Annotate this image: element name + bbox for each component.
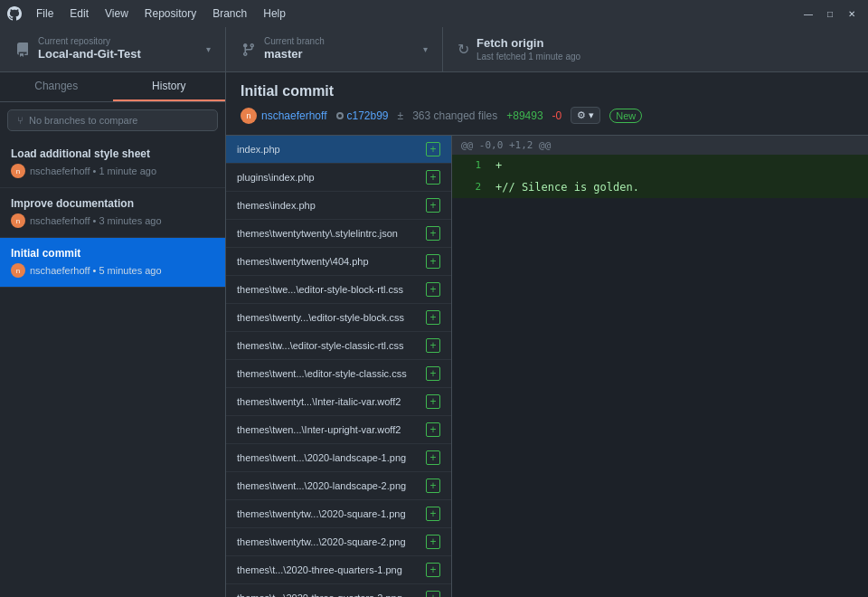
repo-icon (14, 42, 31, 58)
menu-view[interactable]: View (98, 5, 136, 22)
branch-icon (241, 42, 257, 58)
file-item-12[interactable]: themes\twent...\2020-landscape-2.png + (226, 472, 451, 500)
fetch-icon: ↻ (458, 41, 469, 58)
repo-text: Current repository Local-and-Git-Test (38, 36, 199, 62)
file-add-icon-0: + (426, 142, 440, 156)
file-add-icon-11: + (426, 450, 440, 465)
commit-meta-1: n nschaeferhoff • 3 minutes ago (11, 213, 214, 228)
commit-item-2[interactable]: Initial commit n nschaeferhoff • 5 minut… (0, 238, 225, 288)
content-area: Initial commit n nschaeferhoff c172b99 ±… (226, 72, 868, 597)
file-item-2[interactable]: themes\index.php + (226, 192, 451, 220)
branch-name: master (264, 47, 416, 62)
file-name-1: plugins\index.php (237, 172, 426, 183)
file-item-0[interactable]: index.php + (226, 136, 451, 164)
file-item-14[interactable]: themes\twentytw...\2020-square-2.png + (226, 528, 451, 556)
menu-file[interactable]: File (29, 5, 61, 22)
file-add-icon-1: + (426, 170, 440, 185)
fetch-origin-section[interactable]: ↻ Fetch origin Last fetched 1 minute ago (443, 27, 660, 71)
file-name-8: themes\twent...\editor-style-classic.css (237, 368, 426, 379)
commit-detail-title: Initial commit (241, 83, 854, 100)
file-add-icon-15: + (426, 563, 440, 577)
commit-meta-2: n nschaeferhoff • 5 minutes ago (11, 263, 214, 278)
file-add-icon-5: + (426, 282, 440, 297)
file-name-7: themes\tw...\editor-style-classic-rtl.cs… (237, 340, 426, 351)
sidebar-tabs: Changes History (0, 72, 225, 102)
file-name-5: themes\twe...\editor-style-block-rtl.css (237, 284, 426, 295)
file-item-6[interactable]: themes\twenty...\editor-style-block.css … (226, 304, 451, 332)
file-item-9[interactable]: themes\twentyt...\Inter-italic-var.woff2… (226, 388, 451, 416)
menu-repository[interactable]: Repository (137, 5, 203, 22)
tab-changes[interactable]: Changes (0, 72, 113, 101)
commit-header-meta: n nschaeferhoff c172b99 ± 363 changed fi… (241, 107, 854, 124)
file-name-4: themes\twentytwenty\404.php (237, 256, 426, 267)
file-add-icon-3: + (426, 226, 440, 241)
fetch-sublabel: Last fetched 1 minute ago (476, 52, 646, 62)
menu-branch[interactable]: Branch (205, 5, 254, 22)
titlebar: File Edit View Repository Branch Help — … (0, 0, 868, 27)
file-item-3[interactable]: themes\twentytwenty\.stylelintrc.json + (226, 220, 451, 248)
file-item-5[interactable]: themes\twe...\editor-style-block-rtl.css… (226, 276, 451, 304)
file-name-9: themes\twentyt...\Inter-italic-var.woff2 (237, 396, 426, 407)
commit-additions: +89493 (506, 109, 542, 122)
avatar-0: n (11, 164, 25, 178)
file-item-7[interactable]: themes\tw...\editor-style-classic-rtl.cs… (226, 332, 451, 360)
file-add-icon-6: + (426, 310, 440, 325)
repo-chevron-icon: ▾ (206, 44, 211, 54)
file-add-icon-12: + (426, 479, 440, 493)
commit-header: Initial commit n nschaeferhoff c172b99 ±… (226, 72, 868, 136)
changed-files-prefix: ± (398, 109, 404, 122)
file-item-16[interactable]: themes\t...\2020-three-quarters-2.png + (226, 584, 451, 597)
close-button[interactable]: ✕ (843, 5, 861, 23)
repo-label: Current repository (38, 36, 199, 47)
branch-compare-label: No branches to compare (29, 115, 137, 126)
file-item-11[interactable]: themes\twent...\2020-landscape-1.png + (226, 444, 451, 472)
branch-compare-area: ⑂ No branches to compare (7, 109, 218, 131)
minimize-button[interactable]: — (799, 5, 817, 23)
file-add-icon-4: + (426, 254, 440, 269)
file-name-13: themes\twentytw...\2020-square-1.png (237, 508, 426, 519)
file-name-16: themes\t...\2020-three-quarters-2.png (237, 592, 426, 597)
tab-history[interactable]: History (113, 72, 226, 101)
branch-chevron-icon: ▾ (423, 44, 428, 54)
file-item-10[interactable]: themes\twen...\Inter-upright-var.woff2 + (226, 416, 451, 444)
current-repo-section[interactable]: Current repository Local-and-Git-Test ▾ (0, 27, 226, 71)
branch-label: Current branch (264, 36, 416, 47)
file-item-8[interactable]: themes\twent...\editor-style-classic.css… (226, 360, 451, 388)
menu-edit[interactable]: Edit (62, 5, 96, 22)
file-item-15[interactable]: themes\t...\2020-three-quarters-1.png + (226, 556, 451, 584)
file-item-13[interactable]: themes\twentytw...\2020-square-1.png + (226, 500, 451, 528)
diff-line-num-1: 2 (452, 176, 488, 198)
commit-item-0[interactable]: Load additional style sheet n nschaeferh… (0, 138, 225, 188)
commit-title-2: Initial commit (11, 247, 214, 260)
diff-area: index.php +plugins\index.php +themes\ind… (226, 136, 868, 597)
fetch-text: Fetch origin Last fetched 1 minute ago (476, 36, 646, 62)
file-name-0: index.php (237, 144, 426, 155)
file-add-icon-9: + (426, 394, 440, 409)
commit-deletions: -0 (552, 109, 562, 122)
file-list: index.php +plugins\index.php +themes\ind… (226, 136, 452, 597)
commit-author-time-2: nschaeferhoff • 5 minutes ago (30, 265, 162, 276)
file-name-3: themes\twentytwenty\.stylelintrc.json (237, 228, 426, 239)
file-item-4[interactable]: themes\twentytwenty\404.php + (226, 248, 451, 276)
changed-files-count: 363 changed files (412, 109, 497, 122)
file-name-14: themes\twentytw...\2020-square-2.png (237, 536, 426, 547)
file-item-1[interactable]: plugins\index.php + (226, 164, 451, 192)
titlebar-left: File Edit View Repository Branch Help (7, 5, 293, 22)
settings-icon: ⚙ (577, 109, 586, 121)
current-branch-section[interactable]: Current branch master ▾ (226, 27, 443, 71)
branch-compare-button[interactable]: ⑂ No branches to compare (7, 109, 218, 131)
commit-item-1[interactable]: Improve documentation n nschaeferhoff • … (0, 188, 225, 238)
menu-bar: File Edit View Repository Branch Help (29, 5, 293, 22)
file-name-12: themes\twent...\2020-landscape-2.png (237, 480, 426, 491)
commit-meta-0: n nschaeferhoff • 1 minute ago (11, 164, 214, 178)
github-logo-icon (7, 6, 22, 21)
file-add-icon-14: + (426, 535, 440, 549)
main-area: Changes History ⑂ No branches to compare… (0, 72, 868, 597)
commit-title-0: Load additional style sheet (11, 147, 214, 160)
settings-button[interactable]: ⚙ ▾ (571, 107, 600, 124)
file-name-10: themes\twen...\Inter-upright-var.woff2 (237, 424, 426, 435)
menu-help[interactable]: Help (256, 5, 293, 22)
commit-author-time-0: nschaeferhoff • 1 minute ago (30, 166, 156, 176)
maximize-button[interactable]: □ (821, 5, 839, 23)
commit-detail-avatar: n (241, 108, 257, 124)
